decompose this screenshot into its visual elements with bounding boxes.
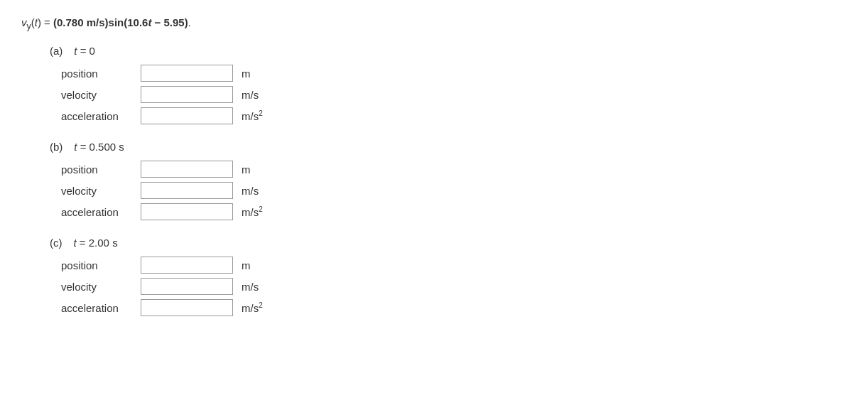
unit-c-position: m <box>242 259 251 271</box>
label-b-velocity: velocity <box>61 185 132 197</box>
input-b-velocity[interactable] <box>141 182 233 199</box>
section-c: (c)t = 2.00 spositionmvelocitym/sacceler… <box>50 237 847 318</box>
row-c-acceleration: accelerationm/s2 <box>61 297 847 318</box>
unit-a-acceleration: m/s2 <box>242 109 263 122</box>
label-b-position: position <box>61 163 132 176</box>
input-a-velocity[interactable] <box>141 86 233 103</box>
section-time-c: t = 2.00 s <box>74 237 118 249</box>
unit-b-acceleration: m/s2 <box>242 205 263 218</box>
input-c-velocity[interactable] <box>141 278 233 295</box>
section-a: (a)t = 0positionmvelocitym/sacceleration… <box>50 45 847 126</box>
row-b-acceleration: accelerationm/s2 <box>61 201 847 222</box>
rows-b: positionmvelocitym/saccelerationm/s2 <box>50 158 847 222</box>
equation-v: vy(t) = (0.780 m/s)sin(10.6t − 5.95). <box>21 16 191 28</box>
section-time-a: t = 0 <box>74 45 95 57</box>
row-a-velocity: velocitym/s <box>61 84 847 105</box>
unit-c-velocity: m/s <box>242 281 259 293</box>
section-label-b: (b) <box>50 141 63 153</box>
unit-c-acceleration: m/s2 <box>242 301 263 314</box>
sections-container: (a)t = 0positionmvelocitym/sacceleration… <box>21 45 847 333</box>
input-c-acceleration[interactable] <box>141 299 233 316</box>
section-label-a: (a) <box>50 45 63 57</box>
unit-a-velocity: m/s <box>242 89 259 101</box>
row-a-position: positionm <box>61 63 847 84</box>
label-b-acceleration: acceleration <box>61 206 132 218</box>
row-b-velocity: velocitym/s <box>61 180 847 201</box>
row-a-acceleration: accelerationm/s2 <box>61 105 847 126</box>
input-a-acceleration[interactable] <box>141 107 233 124</box>
unit-b-velocity: m/s <box>242 185 259 197</box>
row-c-position: positionm <box>61 254 847 276</box>
unit-a-position: m <box>242 68 251 80</box>
label-c-position: position <box>61 259 132 271</box>
rows-c: positionmvelocitym/saccelerationm/s2 <box>50 254 847 318</box>
input-c-position[interactable] <box>141 257 233 274</box>
row-b-position: positionm <box>61 158 847 180</box>
input-b-acceleration[interactable] <box>141 203 233 220</box>
section-label-c: (c) <box>50 237 63 249</box>
label-a-acceleration: acceleration <box>61 110 132 122</box>
section-header-c: (c)t = 2.00 s <box>50 237 847 249</box>
input-a-position[interactable] <box>141 65 233 82</box>
label-a-position: position <box>61 68 132 80</box>
label-c-acceleration: acceleration <box>61 302 132 314</box>
input-b-position[interactable] <box>141 161 233 178</box>
label-c-velocity: velocity <box>61 281 132 293</box>
section-header-b: (b)t = 0.500 s <box>50 141 847 153</box>
unit-b-position: m <box>242 163 251 176</box>
problem-statement: vy(t) = (0.780 m/s)sin(10.6t − 5.95). <box>21 14 575 33</box>
label-a-velocity: velocity <box>61 89 132 101</box>
section-time-b: t = 0.500 s <box>74 141 124 153</box>
row-c-velocity: velocitym/s <box>61 276 847 297</box>
section-b: (b)t = 0.500 spositionmvelocitym/saccele… <box>50 141 847 222</box>
section-header-a: (a)t = 0 <box>50 45 847 57</box>
rows-a: positionmvelocitym/saccelerationm/s2 <box>50 63 847 126</box>
